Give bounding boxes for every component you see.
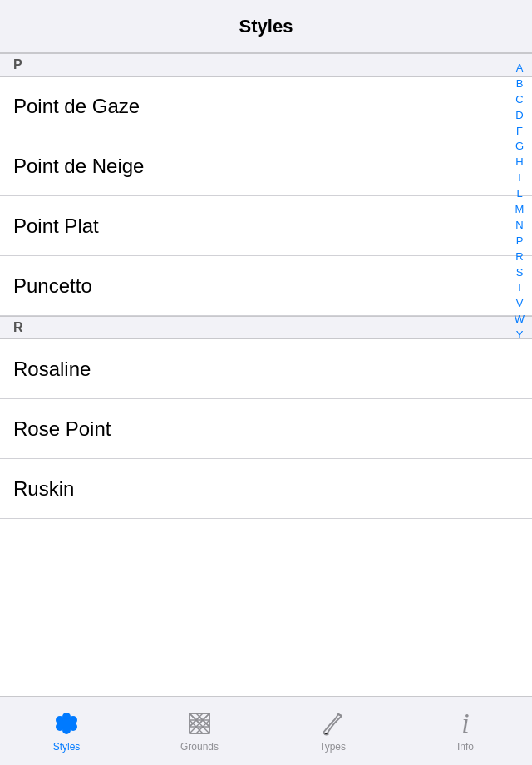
tab-info[interactable]: i Info	[399, 697, 532, 765]
svg-point-6	[62, 718, 71, 728]
section-header-section-r: R	[0, 316, 532, 339]
tab-bar: Styles	[0, 696, 532, 765]
alpha-letter-i[interactable]: I	[518, 171, 521, 185]
alpha-letter-m[interactable]: M	[515, 203, 525, 217]
list-item-label: Rose Point	[13, 417, 111, 441]
tab-info-label: Info	[457, 741, 474, 753]
alpha-letter-d[interactable]: D	[515, 109, 523, 123]
alpha-letter-r[interactable]: R	[515, 250, 523, 264]
alphabet-index: ABCDFGHILMNPRSTVWY	[510, 53, 529, 343]
section-header-section-p: P	[0, 53, 532, 76]
list-item-point-de-gaze[interactable]: Point de Gaze	[0, 76, 532, 136]
alpha-letter-c[interactable]: C	[515, 93, 523, 107]
alpha-letter-n[interactable]: N	[515, 219, 523, 233]
list-item-point-plat[interactable]: Point Plat	[0, 196, 532, 256]
styles-list: PPoint de GazePoint de NeigePoint PlatPu…	[0, 53, 532, 696]
info-icon: i	[451, 709, 480, 738]
alpha-letter-w[interactable]: W	[515, 313, 525, 327]
alpha-letter-g[interactable]: G	[515, 140, 524, 154]
styles-icon	[52, 709, 81, 738]
list-item-label: Rosaline	[13, 358, 91, 381]
list-item-puncetto[interactable]: Puncetto	[0, 256, 532, 316]
alpha-letter-a[interactable]: A	[516, 62, 524, 76]
alpha-letter-b[interactable]: B	[516, 77, 524, 91]
alpha-letter-l[interactable]: L	[516, 187, 522, 201]
tab-grounds-label: Grounds	[180, 741, 219, 753]
alpha-letter-y[interactable]: Y	[516, 328, 524, 343]
alpha-letter-t[interactable]: T	[516, 281, 523, 295]
alpha-letter-p[interactable]: P	[516, 234, 524, 249]
tab-types[interactable]: Types	[266, 697, 399, 765]
list-item-ruskin[interactable]: Ruskin	[0, 459, 532, 519]
list-item-label: Point de Gaze	[13, 95, 140, 118]
tab-types-label: Types	[319, 741, 346, 753]
app-header: Styles	[0, 0, 532, 53]
alpha-letter-f[interactable]: F	[516, 125, 523, 139]
list-item-label: Point Plat	[13, 215, 99, 238]
list-item-rosaline[interactable]: Rosaline	[0, 339, 532, 399]
list-item-point-de-neige[interactable]: Point de Neige	[0, 136, 532, 196]
grounds-icon	[185, 709, 214, 738]
alpha-letter-v[interactable]: V	[516, 297, 524, 311]
alpha-letter-h[interactable]: H	[515, 155, 523, 170]
list-item-label: Point de Neige	[13, 155, 144, 178]
list-item-rose-point[interactable]: Rose Point	[0, 399, 532, 459]
alpha-letter-s[interactable]: S	[516, 266, 524, 280]
list-item-label: Ruskin	[13, 477, 74, 501]
tab-styles[interactable]: Styles	[0, 697, 133, 765]
page-title: Styles	[239, 16, 293, 37]
tab-grounds[interactable]: Grounds	[133, 697, 266, 765]
types-icon	[318, 709, 347, 738]
list-item-label: Puncetto	[13, 274, 92, 298]
tab-styles-label: Styles	[53, 741, 81, 753]
